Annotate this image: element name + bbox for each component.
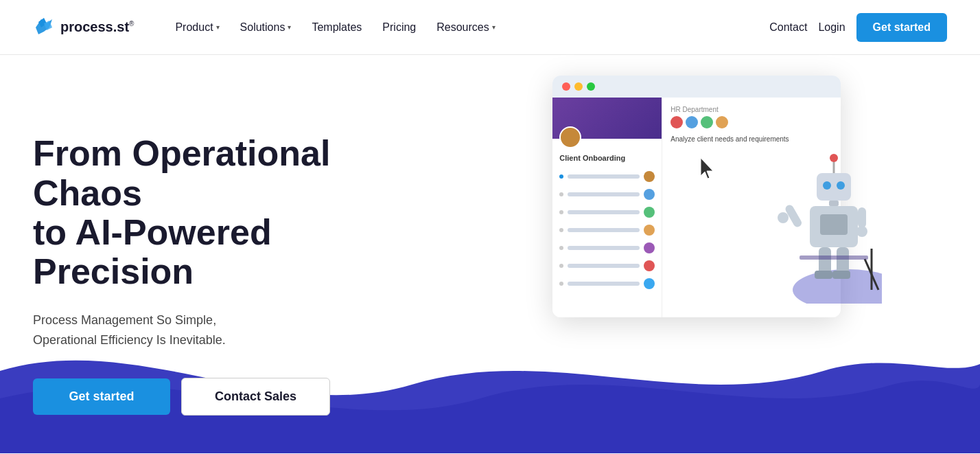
svg-rect-12 xyxy=(820,214,848,235)
nav-solutions[interactable]: Solutions ▾ xyxy=(232,16,300,39)
window-titlebar xyxy=(552,76,841,98)
list-item xyxy=(552,203,662,221)
hero-buttons: Get started Contact Sales xyxy=(33,378,417,416)
list-item xyxy=(552,239,662,257)
list-item xyxy=(552,185,662,203)
hero-subtitle: Process Management So Simple, Operationa… xyxy=(33,310,417,350)
hero-content: From Operational Chaos to AI-Powered Pre… xyxy=(33,134,417,415)
hero-title: From Operational Chaos to AI-Powered Pre… xyxy=(33,134,417,291)
nav-product[interactable]: Product ▾ xyxy=(167,16,227,39)
svg-point-14 xyxy=(778,212,789,223)
svg-rect-19 xyxy=(815,271,832,279)
list-line xyxy=(568,228,640,232)
logo-link[interactable]: process.st® xyxy=(33,16,134,38)
svg-point-9 xyxy=(837,181,845,190)
list-item xyxy=(552,257,662,275)
list-line xyxy=(568,282,640,286)
window-left-panel: Client Onboarding xyxy=(552,98,662,317)
svg-rect-15 xyxy=(858,207,866,228)
window-banner xyxy=(552,98,662,139)
list-item xyxy=(552,168,662,185)
nav-login[interactable]: Login xyxy=(818,21,845,34)
robot-figure xyxy=(758,152,882,290)
list-dot xyxy=(559,282,563,286)
svg-rect-20 xyxy=(832,271,850,279)
nav-get-started-button[interactable]: Get started xyxy=(856,13,947,42)
svg-rect-7 xyxy=(817,173,851,201)
hero-get-started-button[interactable]: Get started xyxy=(33,378,170,415)
nav-contact[interactable]: Contact xyxy=(769,21,807,34)
window-dot-yellow xyxy=(574,82,583,91)
user-avatar-2 xyxy=(686,116,698,128)
list-avatar xyxy=(644,242,655,253)
list-line xyxy=(568,264,640,268)
nav-links: Product ▾ Solutions ▾ Templates Pricing … xyxy=(167,16,769,39)
svg-rect-23 xyxy=(800,256,868,260)
right-panel-subtitle: Analyze client needs and requirements xyxy=(670,135,832,143)
list-avatar xyxy=(644,189,655,200)
cursor-icon xyxy=(698,157,717,181)
list-avatar xyxy=(644,207,655,218)
list-dot xyxy=(559,264,563,268)
nav-resources[interactable]: Resources ▾ xyxy=(428,16,503,39)
logo-icon xyxy=(33,16,55,38)
list-avatar xyxy=(644,225,655,236)
list-avatar xyxy=(644,278,655,289)
list-line xyxy=(568,246,640,250)
list-line xyxy=(568,192,640,196)
nav-right: Contact Login Get started xyxy=(769,13,947,42)
svg-rect-10 xyxy=(829,201,839,206)
user-avatar-1 xyxy=(670,116,683,128)
list-dot xyxy=(559,210,563,214)
list-item xyxy=(552,275,662,293)
list-dot xyxy=(559,228,563,232)
robot-svg xyxy=(758,152,882,304)
list-line xyxy=(568,174,640,179)
svg-point-16 xyxy=(856,226,867,237)
nav-pricing[interactable]: Pricing xyxy=(374,16,424,39)
chevron-down-icon: ▾ xyxy=(492,23,495,31)
brand-name: process.st® xyxy=(60,19,134,35)
svg-point-8 xyxy=(823,181,831,190)
svg-point-6 xyxy=(830,154,838,162)
user-avatar-3 xyxy=(701,116,713,128)
right-panel-users xyxy=(670,116,832,128)
list-dot xyxy=(559,192,563,196)
list-dot xyxy=(559,246,563,250)
list-line xyxy=(568,210,640,214)
nav-templates[interactable]: Templates xyxy=(303,16,370,39)
chevron-down-icon: ▾ xyxy=(216,23,220,31)
hero-contact-sales-button[interactable]: Contact Sales xyxy=(181,378,330,416)
window-dot-red xyxy=(562,82,570,91)
list-avatar xyxy=(644,171,655,182)
chevron-down-icon: ▾ xyxy=(288,23,291,31)
hero-section: From Operational Chaos to AI-Powered Pre… xyxy=(0,55,980,453)
user-avatar-4 xyxy=(716,116,728,128)
right-panel-label: HR Department xyxy=(670,106,832,113)
list-item xyxy=(552,221,662,239)
navbar: process.st® Product ▾ Solutions ▾ Templa… xyxy=(0,0,980,55)
window-dot-green xyxy=(587,82,595,91)
list-dot xyxy=(559,174,563,179)
svg-marker-3 xyxy=(701,158,713,179)
list-avatar xyxy=(644,260,655,271)
app-mockup: Client Onboarding xyxy=(552,76,868,317)
